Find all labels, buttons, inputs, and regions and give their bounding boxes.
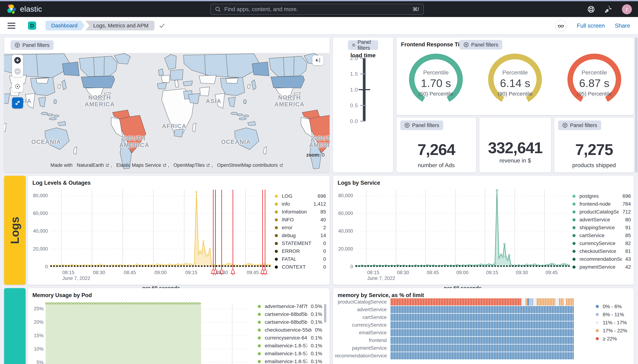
top-accent-strip <box>0 0 638 1</box>
breadcrumb-dashboard[interactable]: Dashboard <box>46 21 85 30</box>
space-initial: D <box>30 22 34 29</box>
view-only-glasses-icon[interactable] <box>555 20 567 32</box>
heatmap-row-cells[interactable] <box>390 306 574 313</box>
heatmap-row-cells[interactable] <box>390 329 574 336</box>
slider-value-marker[interactable] <box>359 89 370 90</box>
heatmap-segment <box>555 298 559 306</box>
legend-dot <box>275 210 278 214</box>
legend-value: 14 <box>320 233 326 238</box>
legend-item[interactable]: STATEMENT0 <box>275 240 326 247</box>
share-button[interactable]: Share <box>615 22 630 29</box>
map-zoom-out-button[interactable] <box>12 66 23 77</box>
user-avatar[interactable]: r <box>622 4 632 14</box>
legend-item[interactable]: emailservice-1.8-57f...0.1% <box>258 358 322 364</box>
space-badge[interactable]: D <box>28 22 36 30</box>
elastic-logo[interactable]: elastic <box>5 4 42 15</box>
attribution-link[interactable]: OpenMapTiles <box>174 162 205 168</box>
legend-scrollbar[interactable] <box>324 304 326 323</box>
legend-item[interactable]: advertService80 <box>572 216 631 224</box>
legend-item[interactable]: Information85 <box>275 208 326 216</box>
legend-item[interactable]: info1,412 <box>275 200 326 208</box>
map-fit-data-button[interactable] <box>12 81 23 92</box>
legend-dot <box>275 242 278 245</box>
legend-label: 0% - 6% <box>603 304 628 310</box>
news-party-popper-icon[interactable] <box>604 5 612 14</box>
legend-label: cartservice-68bd5b... <box>265 312 307 317</box>
legend-item[interactable]: shippingService91 <box>572 224 631 232</box>
legend-item[interactable]: currencyService82 <box>572 240 631 247</box>
legend-item[interactable]: cartService85 <box>572 232 631 240</box>
filter-icon <box>463 42 469 48</box>
legend-item[interactable]: currencyservice-64f...0.1% <box>258 334 322 342</box>
legend-item[interactable]: frontend-node784 <box>572 200 631 208</box>
legend-item[interactable]: productCatalogService712 <box>572 208 631 216</box>
legend-item[interactable]: 6% - 11% <box>596 310 632 318</box>
legend-item[interactable]: checkoutService81 <box>572 247 631 255</box>
legend-dot <box>572 250 576 253</box>
x-axis-date-label: June 7, 2022 <box>367 276 395 281</box>
y-tick-label: 60,000 <box>30 211 48 216</box>
legend-item[interactable]: ERROR0 <box>275 247 326 255</box>
page-scrollbar[interactable] <box>635 38 638 173</box>
legend-item[interactable]: emailservice-1.8-57f...0.1% <box>258 342 322 350</box>
panel-filters-button[interactable]: Panel filters <box>459 40 502 50</box>
help-icon[interactable] <box>587 5 595 13</box>
memory-by-service-panel: memory by Service, as % of limitproductC… <box>333 288 634 364</box>
saved-check-icon[interactable] <box>158 22 166 29</box>
metrics-section-tab[interactable] <box>4 288 26 364</box>
breadcrumb-current[interactable]: Logs, Metrics and APM <box>86 21 154 30</box>
panel-filters-button[interactable]: Panel filters <box>558 120 601 130</box>
panel-filters-button[interactable]: Panel filters <box>348 40 378 50</box>
heatmap-segment <box>390 314 574 321</box>
attribution-link[interactable]: Elastic Maps Service <box>116 162 161 168</box>
legend-item[interactable]: FATAL0 <box>275 255 326 263</box>
legend-item[interactable]: checkoutservice-55dc...0% <box>258 326 322 334</box>
map-zoom-in-button[interactable] <box>12 55 23 66</box>
heatmap-row-cells[interactable] <box>390 352 574 359</box>
attribution-link[interactable]: OpenStreetMap contributors <box>217 162 278 168</box>
legend-item[interactable]: error2 <box>275 224 326 232</box>
legend-item[interactable]: postgres696 <box>572 192 631 200</box>
legend-item[interactable]: LOG696 <box>275 192 326 200</box>
attribution-link[interactable]: NaturalEarth <box>77 162 104 168</box>
logs-tab-label: Logs <box>8 216 22 244</box>
menu-hamburger-icon[interactable] <box>8 21 16 30</box>
map-attribution[interactable]: Made with NaturalEarth, Elastic Maps Ser… <box>50 162 283 168</box>
panel-filters-button[interactable]: Panel filters <box>10 40 54 50</box>
heatmap-row-cells[interactable] <box>390 337 574 344</box>
map-label-south-america-2: SOUTH AMERICA <box>309 135 330 148</box>
x-tick-label: 09:30 <box>216 270 228 276</box>
legend-item[interactable]: debug14 <box>275 232 326 240</box>
logs-section-tab[interactable]: Logs <box>4 176 26 285</box>
legend-item[interactable]: advertservice-74f7ff...0.5% <box>258 302 322 310</box>
heatmap-row-cells[interactable] <box>390 298 574 306</box>
filter-icon <box>14 42 20 48</box>
heatmap-row-cells[interactable] <box>390 322 574 328</box>
legend-item[interactable]: CONTEXT0 <box>275 263 326 271</box>
legend-item[interactable]: 11% - 17% <box>596 318 632 326</box>
legend-item[interactable]: recommendationService43 <box>572 255 631 263</box>
gauge-sublabel: (90) Percentile <box>481 91 549 97</box>
map-expand-button[interactable] <box>12 97 23 108</box>
world-map[interactable]: NORTH AMERICA NORTH AMERICA SOUTH AMERIC… <box>4 53 330 172</box>
panel-filters-button[interactable]: Panel filters <box>400 120 443 130</box>
heatmap-row-cells[interactable] <box>390 314 574 321</box>
legend-item[interactable]: emailservice-1.8-57f...0.1% <box>258 350 322 358</box>
legend-item[interactable]: cartservice-68bd5b...0.1% <box>258 310 322 318</box>
legend-item[interactable]: paymentService42 <box>572 263 631 271</box>
legend-label: error <box>282 225 320 230</box>
legend-item[interactable]: ≥ 22% <box>596 335 632 343</box>
legend-item[interactable]: 0% - 6% <box>596 302 632 310</box>
map-legend-collapse-button[interactable] <box>312 56 324 65</box>
global-search-input[interactable]: Find apps, content, and more. ⌘/ <box>210 4 424 15</box>
external-link-icon <box>105 164 109 167</box>
legend-item[interactable]: INFO40 <box>275 216 326 224</box>
legend-item[interactable]: cartservice-68bd5b...0.1% <box>258 318 322 326</box>
y-tick-label: 5% <box>28 360 44 364</box>
full-screen-button[interactable]: Full screen <box>577 22 605 29</box>
legend-item[interactable]: 17% - 22% <box>596 326 632 335</box>
slider-tick-dash <box>360 74 365 74</box>
heatmap-row-cells[interactable] <box>390 344 574 352</box>
legend-value: 91 <box>625 225 631 230</box>
legend-value: 0 <box>323 240 326 246</box>
